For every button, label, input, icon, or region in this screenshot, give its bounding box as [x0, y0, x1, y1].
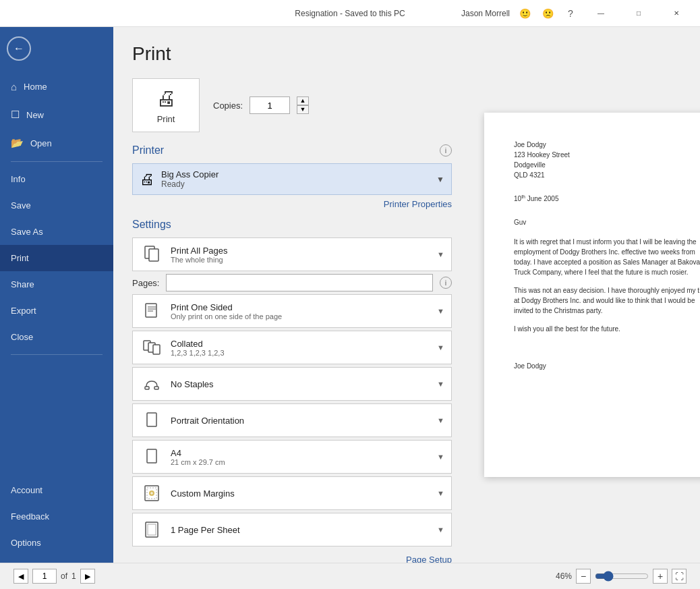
sidebar-item-open-label: Open: [30, 138, 52, 148]
collated-arrow-icon: ▼: [437, 343, 444, 352]
sidebar-item-home[interactable]: ⌂ Home: [0, 73, 113, 101]
pages-row: Pages: i: [132, 274, 452, 291]
zoom-out-button[interactable]: −: [576, 569, 591, 584]
setting-row-margins[interactable]: Custom Margins ▼: [132, 476, 452, 510]
printer-properties-link[interactable]: Printer Properties: [384, 199, 452, 209]
back-button[interactable]: ←: [7, 36, 31, 61]
address-line4: QLD 4321: [514, 170, 700, 180]
sidebar-item-print[interactable]: Print: [0, 245, 113, 271]
total-pages: 1: [71, 571, 76, 581]
setting-row-orientation[interactable]: Portrait Orientation ▼: [132, 403, 452, 437]
next-page-button[interactable]: ▶: [80, 569, 95, 584]
print-title: Print: [132, 43, 452, 65]
maximize-button[interactable]: □: [623, 3, 654, 24]
sidebar-item-options[interactable]: Options: [0, 530, 113, 556]
sidebar-nav: ⌂ Home ☐ New 📂 Open Info Save Save As: [0, 73, 113, 563]
sidebar-item-saveas[interactable]: Save As: [0, 219, 113, 245]
page-setup-anchor[interactable]: Page Setup: [406, 555, 452, 563]
sad-icon[interactable]: 🙁: [539, 5, 556, 22]
setting-row-sided[interactable]: Print One Sided Only print on one side o…: [132, 294, 452, 328]
sidebar-bottom: Account Feedback Options: [0, 477, 113, 563]
printer-info-icon[interactable]: i: [440, 144, 452, 157]
sidebar-item-account[interactable]: Account: [0, 477, 113, 503]
fit-page-button[interactable]: ⛶: [672, 569, 687, 584]
setting-row-pages-range[interactable]: Print All Pages The whole thing ▼: [132, 237, 452, 271]
persheet-arrow-icon: ▼: [437, 526, 444, 534]
sidebar-item-info[interactable]: Info: [0, 166, 113, 192]
preview-date: 10th June 2005: [514, 194, 700, 204]
preview-bottom-bar: ◀ of 1 ▶ 46% − + ⛶: [0, 563, 700, 589]
page-number-input[interactable]: [32, 569, 57, 584]
svg-rect-19: [148, 524, 156, 535]
sidebar: ← ⌂ Home ☐ New 📂 Open Info Save S: [0, 27, 113, 563]
address-line3: Dodgeville: [514, 160, 700, 170]
smiley-icon[interactable]: 🙂: [517, 5, 533, 22]
orientation-arrow-icon: ▼: [437, 416, 444, 424]
zoom-slider[interactable]: [595, 571, 649, 582]
setting-row-paper[interactable]: A4 21 cm x 29.7 cm ▼: [132, 440, 452, 474]
sidebar-item-share[interactable]: Share: [0, 271, 113, 298]
sidebar-item-save[interactable]: Save: [0, 192, 113, 219]
sidebar-item-close-label: Close: [11, 332, 33, 342]
copies-down-button[interactable]: ▼: [297, 105, 309, 114]
app-body: ← ⌂ Home ☐ New 📂 Open Info Save S: [0, 27, 700, 563]
preview-address: Joe Dodgy 123 Hookey Street Dodgeville Q…: [514, 140, 700, 180]
staples-icon: [140, 372, 164, 396]
copies-up-button[interactable]: ▲: [297, 96, 309, 105]
margins-text: Custom Margins: [171, 488, 430, 499]
sidebar-divider-bottom: [11, 354, 103, 355]
zoom-controls: 46% − + ⛶: [556, 569, 687, 584]
title-bar-right: Jason Morrell 🙂 🙁 ? — □ ✕: [461, 3, 692, 24]
sidebar-item-account-label: Account: [11, 485, 42, 495]
content-area: Print 🖨 Print Copies: ▲ ▼ Print: [113, 27, 700, 563]
copies-spinner: ▲ ▼: [297, 96, 309, 114]
help-icon[interactable]: ?: [562, 5, 579, 22]
sidebar-item-options-label: Options: [11, 538, 41, 548]
collated-sub: 1,2,3 1,2,3 1,2,3: [171, 349, 430, 357]
setting-row-staples[interactable]: No Staples ▼: [132, 367, 452, 401]
collated-main: Collated: [171, 339, 430, 349]
preview-salutation: Guv: [514, 217, 700, 227]
margins-icon: [140, 481, 164, 505]
svg-rect-2: [146, 304, 156, 317]
svg-rect-10: [154, 387, 158, 389]
staples-text: No Staples: [171, 379, 430, 389]
sided-arrow-icon: ▼: [437, 307, 444, 315]
prev-page-button[interactable]: ◀: [13, 569, 28, 584]
setting-row-persheet[interactable]: 1 Page Per Sheet ▼: [132, 513, 452, 546]
sidebar-item-print-label: Print: [11, 253, 29, 263]
print-button[interactable]: 🖨 Print: [132, 78, 200, 132]
staples-main: No Staples: [171, 379, 430, 389]
preview-closing: Joe Dodgy: [514, 361, 700, 371]
pages-info-icon[interactable]: i: [440, 277, 452, 289]
sidebar-item-feedback[interactable]: Feedback: [0, 503, 113, 530]
preview-para1: It is with regret that I must inform you…: [514, 237, 700, 277]
printer-select[interactable]: 🖨 Big Ass Copier Ready ▼: [132, 163, 452, 195]
copies-input[interactable]: [250, 96, 290, 114]
close-button[interactable]: ✕: [661, 3, 692, 24]
sidebar-item-export[interactable]: Export: [0, 298, 113, 324]
minimize-button[interactable]: —: [585, 3, 616, 24]
pages-range-sub: The whole thing: [171, 256, 430, 264]
orientation-icon: [140, 408, 164, 432]
zoom-in-button[interactable]: +: [653, 569, 668, 584]
settings-section-title: Settings: [132, 219, 452, 231]
collated-icon: [140, 335, 164, 360]
setting-row-collated[interactable]: Collated 1,2,3 1,2,3 1,2,3 ▼: [132, 331, 452, 364]
title-bar: Resignation - Saved to this PC Jason Mor…: [0, 0, 700, 27]
printer-svg-icon: 🖨: [156, 87, 176, 110]
pages-input[interactable]: [166, 274, 433, 291]
user-name: Jason Morrell: [461, 9, 510, 18]
sided-sub: Only print on one side of the page: [171, 312, 430, 320]
pages-range-main: Print All Pages: [171, 246, 430, 256]
copies-row: Copies: ▲ ▼: [213, 96, 309, 114]
sidebar-item-new[interactable]: ☐ New: [0, 101, 113, 129]
print-button-row: 🖨 Print Copies: ▲ ▼: [132, 78, 452, 132]
sided-text: Print One Sided Only print on one side o…: [171, 302, 430, 320]
printer-name: Big Ass Copier: [161, 169, 430, 179]
sidebar-item-close[interactable]: Close: [0, 324, 113, 350]
print-panel: Print 🖨 Print Copies: ▲ ▼ Print: [113, 27, 471, 563]
persheet-text: 1 Page Per Sheet: [171, 525, 430, 535]
paper-main: A4: [171, 448, 430, 458]
sidebar-item-open[interactable]: 📂 Open: [0, 129, 113, 157]
